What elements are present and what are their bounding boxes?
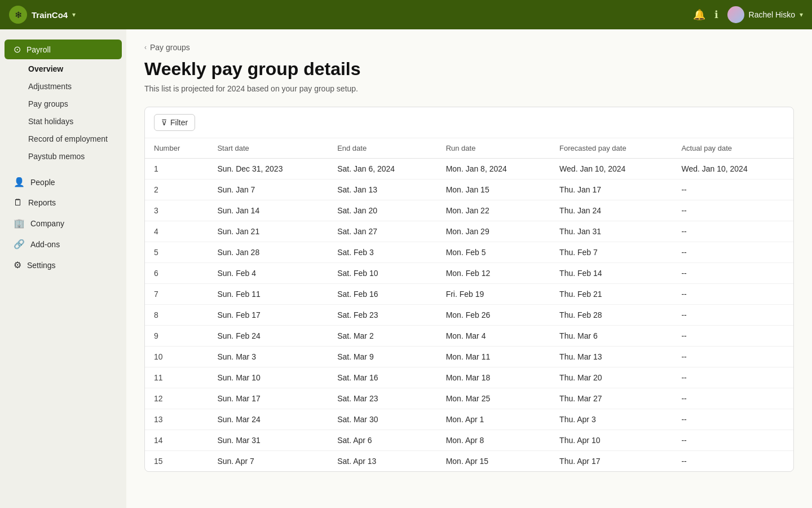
filter-button[interactable]: ⊽ Filter [154,114,195,131]
sidebar-item-payroll[interactable]: ⊙ Payroll [5,40,122,59]
cell-start-10: Sun. Mar 3 [208,347,328,367]
sidebar-item-people[interactable]: 👤 People [5,172,122,192]
cell-run-6: Mon. Feb 12 [437,263,550,284]
sidebar-item-company[interactable]: 🏢 Company [5,213,122,233]
cell-run-4: Mon. Jan 29 [437,221,550,242]
cell-end-9: Sat. Mar 2 [328,326,437,347]
sidebar: ⊙ Payroll Overview Adjustments Pay group… [0,29,126,508]
cell-start-4: Sun. Jan 21 [208,221,328,242]
cell-actual-9: -- [672,326,793,347]
payroll-label: Payroll [27,45,51,54]
table-row: 10Sun. Mar 3Sat. Mar 9Mon. Mar 11Thu. Ma… [145,347,793,367]
table-container: ⊽ Filter Number Start date End date Run … [144,107,794,472]
cell-end-12: Sat. Mar 23 [328,388,437,409]
cell-forecasted-4: Thu. Jan 31 [550,221,672,242]
cell-run-9: Mon. Mar 4 [437,326,550,347]
cell-actual-6: -- [672,263,793,284]
avatar [727,6,744,23]
cell-start-15: Sun. Apr 7 [208,451,328,472]
table-row: 9Sun. Feb 24Sat. Mar 2Mon. Mar 4Thu. Mar… [145,326,793,347]
cell-number-2: 2 [145,179,208,200]
cell-run-10: Mon. Mar 11 [437,347,550,367]
sidebar-sub-adjustments[interactable]: Adjustments [5,78,122,95]
cell-run-8: Mon. Feb 26 [437,305,550,326]
notification-icon[interactable]: 🔔 [693,8,705,21]
cell-number-1: 1 [145,159,208,179]
brand-logo: ❄ [9,6,27,24]
sidebar-item-reports[interactable]: 🗒 Reports [5,193,122,212]
user-chevron: ▾ [800,11,803,19]
cell-start-9: Sun. Feb 24 [208,326,328,347]
cell-start-5: Sun. Jan 28 [208,242,328,263]
cell-actual-14: -- [672,430,793,451]
cell-number-5: 5 [145,242,208,263]
cell-forecasted-8: Thu. Feb 28 [550,305,672,326]
cell-end-13: Sat. Mar 30 [328,409,437,430]
table-header: Number Start date End date Run date Fore… [145,138,793,159]
cell-actual-10: -- [672,347,793,367]
company-icon: 🏢 [14,218,25,229]
cell-end-6: Sat. Feb 10 [328,263,437,284]
cell-number-11: 11 [145,367,208,388]
cell-number-13: 13 [145,409,208,430]
user-menu-button[interactable]: Rachel Hisko ▾ [727,6,803,23]
cell-number-8: 8 [145,305,208,326]
cell-forecasted-5: Thu. Feb 7 [550,242,672,263]
table-row: 7Sun. Feb 11Sat. Feb 16Fri. Feb 19Thu. F… [145,284,793,305]
cell-number-9: 9 [145,326,208,347]
cell-actual-7: -- [672,284,793,305]
table-row: 6Sun. Feb 4Sat. Feb 10Mon. Feb 12Thu. Fe… [145,263,793,284]
payroll-section: ⊙ Payroll Overview Adjustments Pay group… [0,36,126,168]
info-icon[interactable]: ℹ [714,8,718,21]
cell-forecasted-11: Thu. Mar 20 [550,367,672,388]
cell-end-11: Sat. Mar 16 [328,367,437,388]
brand-button[interactable]: ❄ TrainCo4 ▾ [9,6,76,24]
table-row: 12Sun. Mar 17Sat. Mar 23Mon. Mar 25Thu. … [145,388,793,409]
sidebar-sub-overview[interactable]: Overview [5,60,122,77]
topbar: ❄ TrainCo4 ▾ 🔔 ℹ Rachel Hisko ▾ [0,0,812,29]
main-content: ‹ Pay groups Weekly pay group details Th… [126,29,812,508]
cell-forecasted-1: Wed. Jan 10, 2024 [550,159,672,179]
breadcrumb[interactable]: ‹ Pay groups [144,43,794,52]
sidebar-sub-stat-holidays[interactable]: Stat holidays [5,113,122,130]
cell-start-12: Sun. Mar 17 [208,388,328,409]
cell-run-2: Mon. Jan 15 [437,179,550,200]
cell-actual-12: -- [672,388,793,409]
cell-forecasted-14: Thu. Apr 10 [550,430,672,451]
cell-end-15: Sat. Apr 13 [328,451,437,472]
cell-actual-5: -- [672,242,793,263]
cell-start-1: Sun. Dec 31, 2023 [208,159,328,179]
cell-end-3: Sat. Jan 20 [328,200,437,221]
cell-number-3: 3 [145,200,208,221]
sidebar-sub-record-of-employment[interactable]: Record of employment [5,130,122,147]
cell-number-7: 7 [145,284,208,305]
table-row: 8Sun. Feb 17Sat. Feb 23Mon. Feb 26Thu. F… [145,305,793,326]
sidebar-item-add-ons[interactable]: 🔗 Add-ons [5,234,122,254]
cell-start-13: Sun. Mar 24 [208,409,328,430]
cell-actual-11: -- [672,367,793,388]
cell-actual-1: Wed. Jan 10, 2024 [672,159,793,179]
table-row: 15Sun. Apr 7Sat. Apr 13Mon. Apr 15Thu. A… [145,451,793,472]
cell-end-10: Sat. Mar 9 [328,347,437,367]
cell-forecasted-10: Thu. Mar 13 [550,347,672,367]
cell-end-2: Sat. Jan 13 [328,179,437,200]
cell-start-2: Sun. Jan 7 [208,179,328,200]
table-row: 5Sun. Jan 28Sat. Feb 3Mon. Feb 5Thu. Feb… [145,242,793,263]
cell-end-8: Sat. Feb 23 [328,305,437,326]
brand-chevron: ▾ [72,11,76,19]
cell-number-10: 10 [145,347,208,367]
cell-run-1: Mon. Jan 8, 2024 [437,159,550,179]
cell-end-4: Sat. Jan 27 [328,221,437,242]
cell-forecasted-9: Thu. Mar 6 [550,326,672,347]
user-name: Rachel Hisko [749,10,795,19]
cell-number-4: 4 [145,221,208,242]
page-title: Weekly pay group details [144,59,794,80]
sidebar-sub-pay-groups[interactable]: Pay groups [5,95,122,112]
sidebar-sub-paystub-memos[interactable]: Paystub memos [5,148,122,165]
sidebar-item-settings[interactable]: ⚙ Settings [5,255,122,275]
cell-start-14: Sun. Mar 31 [208,430,328,451]
cell-number-6: 6 [145,263,208,284]
reports-icon: 🗒 [14,198,23,208]
cell-actual-8: -- [672,305,793,326]
cell-number-14: 14 [145,430,208,451]
